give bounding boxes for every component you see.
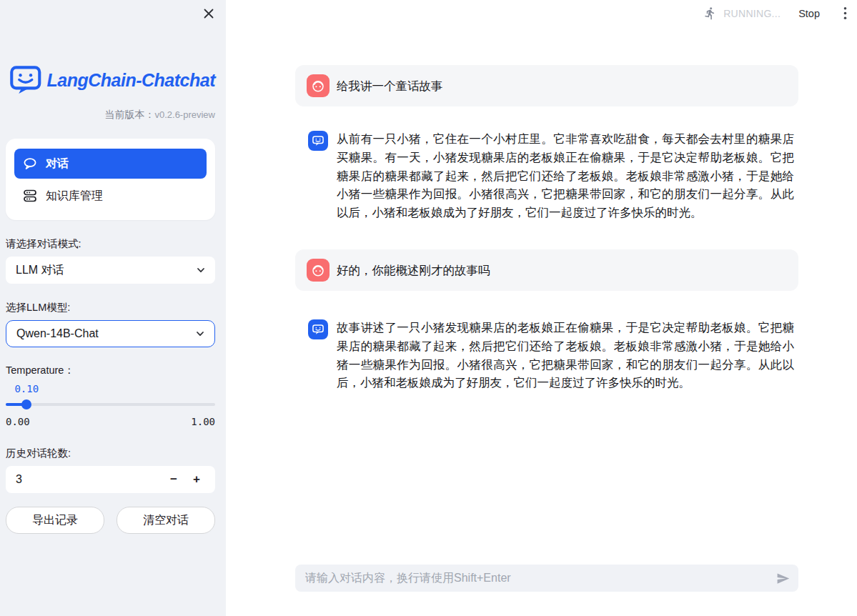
assistant-avatar-icon (308, 319, 328, 339)
user-avatar-icon (307, 259, 330, 282)
llm-model-label: 选择LLM模型: (6, 301, 215, 314)
dialog-mode-select[interactable]: LLM 对话 (6, 257, 215, 284)
version-info: 当前版本：v0.2.6-preview (6, 108, 215, 121)
kebab-menu-icon (843, 6, 847, 20)
knowledge-base-icon (23, 189, 37, 203)
sidebar-item-label: 知识库管理 (46, 189, 103, 204)
chevron-down-icon (195, 264, 207, 276)
message-text: 从前有一只小猪，它住在一个小村庄里。它非常喜欢吃甜食，每天都会去村里的糖果店买糖… (337, 130, 794, 222)
user-message: 给我讲一个童话故事 (295, 65, 798, 106)
sidebar-item-label: 对话 (46, 157, 69, 172)
chevron-down-icon (194, 328, 206, 339)
dialog-mode-value: LLM 对话 (16, 263, 64, 278)
version-value: v0.2.6-preview (154, 109, 215, 120)
chat-history: 给我讲一个童话故事 从前有一只小猪，它住在一个小村庄里。它非常喜欢吃甜食，每天都… (295, 0, 798, 392)
increment-button[interactable]: + (185, 468, 208, 491)
chat-input-container (295, 565, 798, 592)
logo-icon (10, 66, 41, 95)
llm-model-value: Qwen-14B-Chat (16, 327, 99, 340)
assistant-message: 从前有一只小猪，它住在一个小村庄里。它非常喜欢吃甜食，每天都会去村里的糖果店买糖… (295, 130, 798, 222)
sidebar-close-button[interactable] (202, 6, 216, 21)
llm-model-select[interactable]: Qwen-14B-Chat (6, 320, 215, 347)
temperature-value: 0.10 (6, 383, 215, 394)
slider-track[interactable] (6, 403, 215, 406)
message-text: 好的，你能概述刚才的故事吗 (337, 262, 490, 278)
version-label: 当前版本： (104, 109, 154, 120)
nav-menu: 对话 知识库管理 (6, 139, 215, 220)
assistant-message: 故事讲述了一只小猪发现糖果店的老板娘正在偷糖果，于是它决定帮助老板娘。它把糖果店… (295, 319, 798, 392)
message-text: 给我讲一个童话故事 (337, 78, 443, 94)
app-title: LangChain-Chatchat (47, 70, 215, 91)
main-menu-button[interactable] (842, 5, 848, 21)
slider-min: 0.00 (6, 416, 30, 427)
export-records-button[interactable]: 导出记录 (6, 507, 104, 534)
send-button[interactable] (773, 572, 798, 585)
assistant-avatar-icon (308, 131, 328, 151)
history-rounds-value: 3 (16, 473, 162, 486)
message-text: 故事讲述了一只小猪发现糖果店的老板娘正在偷糖果，于是它决定帮助老板娘。它把糖果店… (337, 319, 794, 392)
dialog-mode-label: 请选择对话模式: (6, 237, 215, 251)
sidebar-item-knowledge-base[interactable]: 知识库管理 (14, 182, 207, 210)
slider-max: 1.00 (191, 416, 215, 427)
decrement-button[interactable]: − (162, 468, 185, 491)
slider-thumb[interactable] (21, 399, 31, 409)
user-avatar-icon (307, 74, 330, 97)
temperature-slider[interactable] (6, 399, 215, 410)
close-icon (202, 7, 215, 20)
user-message: 好的，你能概述刚才的故事吗 (295, 249, 798, 291)
main-area: RUNNING... Stop 给我讲一个童话故事 (226, 0, 857, 616)
send-icon (776, 572, 790, 585)
app-logo: LangChain-Chatchat (10, 66, 215, 95)
sidebar: LangChain-Chatchat 当前版本：v0.2.6-preview 对… (0, 0, 226, 616)
sidebar-item-dialogue[interactable]: 对话 (14, 149, 207, 179)
slider-range: 0.00 1.00 (6, 416, 215, 427)
history-rounds-input[interactable]: 3 − + (6, 466, 215, 493)
history-rounds-label: 历史对话轮数: (6, 447, 215, 460)
temperature-label: Temperature： (6, 364, 215, 377)
clear-dialogue-button[interactable]: 清空对话 (117, 507, 215, 534)
chat-input[interactable] (295, 565, 773, 592)
stop-button[interactable]: Stop (794, 7, 824, 20)
chat-bubble-icon (23, 157, 37, 171)
